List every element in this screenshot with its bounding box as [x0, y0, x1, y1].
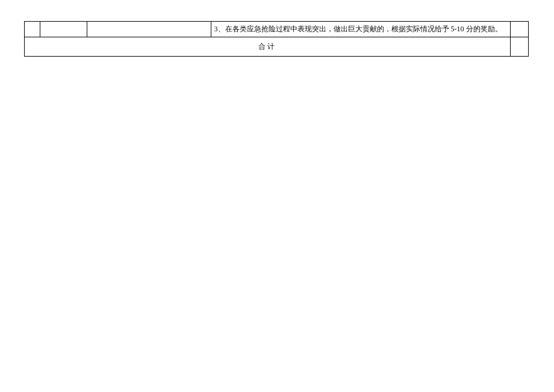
- table-row: 3、在各类应急抢险过程中表现突出，做出巨大贡献的，根据实际情况给予 5-10 分…: [25, 22, 529, 37]
- cell-category: [40, 22, 87, 37]
- score-table: 3、在各类应急抢险过程中表现突出，做出巨大贡献的，根据实际情况给予 5-10 分…: [24, 21, 529, 57]
- cell-item: [87, 22, 211, 37]
- cell-score: [511, 22, 529, 37]
- total-value: [511, 37, 529, 57]
- document-table: 3、在各类应急抢险过程中表现突出，做出巨大贡献的，根据实际情况给予 5-10 分…: [24, 21, 529, 57]
- table-total-row: 合计: [25, 37, 529, 57]
- cell-description: 3、在各类应急抢险过程中表现突出，做出巨大贡献的，根据实际情况给予 5-10 分…: [211, 22, 510, 37]
- total-label: 合计: [25, 37, 511, 57]
- cell-index: [25, 22, 40, 37]
